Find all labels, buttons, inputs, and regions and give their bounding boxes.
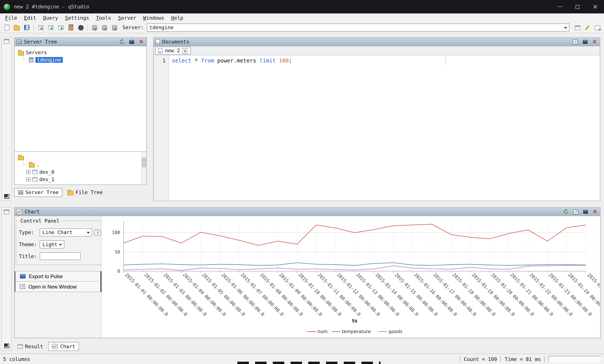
menu-server[interactable]: Server [114, 14, 140, 22]
dock-collapse-icon[interactable] [4, 344, 9, 348]
add-server-button[interactable] [90, 23, 99, 32]
control-panel-group: Control Panel Type: Line Chart i Theme: [16, 218, 103, 265]
maximize-documents-button[interactable] [582, 39, 588, 45]
new-file-icon [4, 25, 9, 30]
toggle-panel-button[interactable] [573, 23, 582, 32]
close-documents-button[interactable]: × [591, 39, 598, 45]
svg-text:100: 100 [112, 230, 120, 235]
tab-chart[interactable]: Chart [48, 342, 79, 351]
close-panel-icon: × [139, 39, 144, 45]
new-file-button[interactable] [2, 23, 11, 32]
tab-close-button[interactable]: x [182, 48, 188, 53]
server-label: Server: [123, 25, 144, 30]
computer-icon [18, 190, 23, 195]
refresh-server-button[interactable] [100, 23, 109, 32]
document-tab-bar: new 2 x [154, 46, 600, 56]
database-icon [92, 25, 97, 30]
close-panel-button[interactable]: × [138, 39, 144, 45]
text-caret [445, 58, 446, 65]
tree-item-dev_0[interactable]: + dev_0 [15, 168, 146, 176]
expander-plus-icon[interactable]: + [26, 170, 30, 174]
paste-button[interactable] [66, 23, 75, 32]
sql-code-line[interactable]: select * from power.meters limit 100; [169, 56, 292, 201]
tree-item-dot[interactable]: . [15, 161, 146, 168]
open-folder-icon [14, 26, 20, 30]
menu-file[interactable]: File [1, 14, 21, 22]
info-button[interactable]: i [94, 229, 101, 236]
menu-windows[interactable]: Windows [140, 14, 168, 22]
chart-theme-select[interactable]: Light [40, 240, 64, 248]
dock-restore-icon[interactable] [4, 209, 9, 214]
run-query-button[interactable] [110, 23, 119, 32]
theme-label: Theme: [19, 241, 38, 247]
folder-icon [18, 51, 24, 55]
tree-item-servers[interactable]: Servers [15, 49, 146, 56]
dev0-label: dev_0 [39, 169, 54, 175]
type-label: Type: [19, 230, 38, 235]
open-chart-window-button[interactable] [56, 23, 65, 32]
dev1-label: dev_1 [39, 176, 54, 182]
sql-number: 100 [276, 58, 289, 64]
edit-tool-button[interactable] [583, 23, 592, 32]
menu-edit[interactable]: Edit [21, 14, 39, 22]
database-icon [112, 25, 117, 30]
sql-editor[interactable]: 1 select * from power.meters limit 100; [154, 56, 600, 201]
tree-item-dev_1[interactable]: + dev_1 [15, 176, 146, 183]
tree-item-tdengine[interactable]: tdengine [15, 56, 146, 63]
stop-query-button[interactable] [76, 23, 85, 32]
save-button[interactable] [22, 23, 31, 32]
tree-item-root-folder[interactable] [15, 154, 146, 161]
tab-server-tree[interactable]: Server Tree [14, 188, 63, 197]
maximize-panel-button[interactable] [128, 39, 135, 45]
toolbar: Server: tdengine [0, 22, 604, 33]
status-separator [501, 356, 501, 362]
svg-text:0: 0 [117, 268, 120, 274]
maximize-panel-icon [583, 210, 588, 213]
menu-query[interactable]: Query [39, 14, 62, 22]
close-button[interactable]: × [586, 0, 604, 13]
maximize-chart-button[interactable] [582, 209, 589, 215]
chart-title-input[interactable] [40, 252, 81, 260]
chart-canvas[interactable]: 0501002015-01-01 00:00:00.02015-01-02 00… [101, 216, 600, 338]
menu-help[interactable]: Help [168, 14, 187, 22]
title-label: Title: [19, 253, 38, 259]
open-sql-window-button[interactable] [36, 23, 45, 32]
maximize-button[interactable] [568, 0, 586, 13]
sql-text: ; [289, 58, 292, 64]
tab-result[interactable]: Result [14, 342, 47, 351]
undock-documents-button[interactable]: ↗ [572, 39, 579, 45]
dock-collapse-icon[interactable] [4, 194, 9, 199]
open-in-new-window-button[interactable]: ↗ Open in New Window [15, 282, 101, 292]
server-combobox[interactable]: tdengine [147, 24, 569, 32]
line-number: 1 [154, 58, 166, 64]
menu-settings[interactable]: Settings [62, 14, 93, 22]
open-file-button[interactable] [12, 23, 21, 32]
refresh-chart-button[interactable] [563, 209, 569, 215]
folder-icon [18, 156, 24, 160]
tab-new-2[interactable]: new 2 x [155, 47, 191, 55]
tdengine-label: tdengine [36, 57, 63, 63]
chevron-down-icon [59, 244, 62, 247]
chart-type-select[interactable]: Line Chart [40, 228, 92, 237]
tree-connector [23, 57, 27, 60]
vertical-scrollbar[interactable] [141, 152, 146, 184]
upper-workspace: Server Tree × Servers tdengine [0, 33, 604, 204]
window-arrow-icon [58, 25, 63, 30]
undock-chart-button[interactable]: ↗ [572, 209, 579, 215]
dock-restore-icon[interactable] [4, 39, 9, 43]
menu-tools[interactable]: Tools [92, 14, 114, 22]
tab-file-tree[interactable]: File Tree [64, 188, 106, 197]
result-grid-icon [18, 344, 23, 349]
add-panel-button[interactable] [593, 23, 602, 32]
close-chart-button[interactable]: × [592, 209, 598, 215]
maximize-panel-icon [129, 40, 134, 44]
minimize-button[interactable] [551, 0, 568, 13]
tree-connector [23, 162, 27, 165]
export-to-pulse-button[interactable]: Export to Pulse [15, 271, 101, 282]
open-result-window-button[interactable] [46, 23, 55, 32]
scrollbar-thumb[interactable] [142, 158, 146, 167]
sql-keyword: from [201, 58, 214, 64]
server-tree-header: Server Tree × [15, 38, 146, 46]
expander-plus-icon[interactable]: + [26, 177, 30, 182]
refresh-tree-button[interactable] [119, 39, 125, 45]
